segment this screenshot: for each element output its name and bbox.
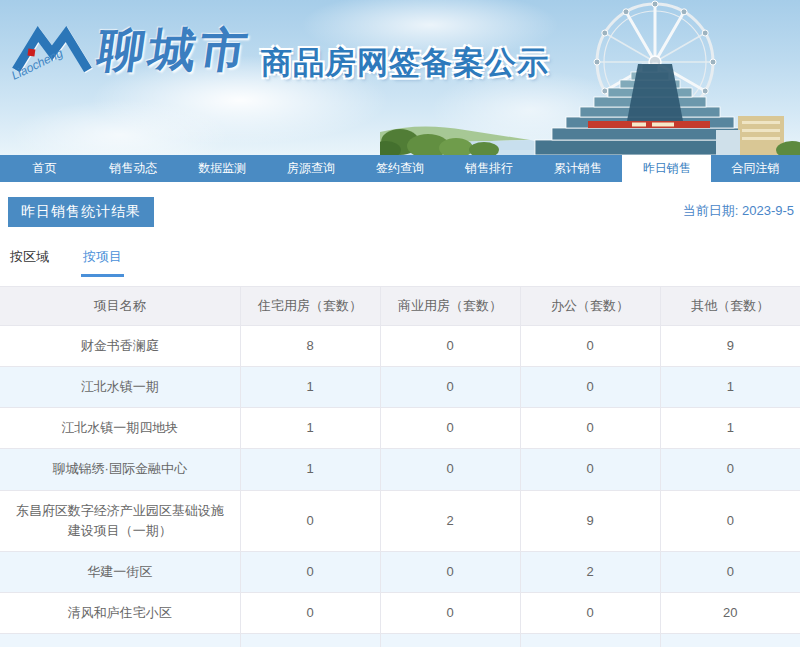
site-name: 聊城市 bbox=[94, 18, 256, 82]
cloud-decoration bbox=[10, 100, 230, 155]
column-header: 办公（套数） bbox=[520, 287, 660, 326]
table-row: 财金书香澜庭8009 bbox=[0, 326, 800, 367]
column-header: 商业用房（套数） bbox=[380, 287, 520, 326]
residential-count-cell: 0 bbox=[240, 490, 380, 551]
office-count-cell: 0 bbox=[520, 408, 660, 449]
current-date-label: 当前日期: 2023-9-5 bbox=[683, 202, 794, 220]
project-name-cell: 江北水镇一期 bbox=[0, 367, 240, 408]
table-header-row: 项目名称住宅用房（套数）商业用房（套数）办公（套数）其他（套数） bbox=[0, 287, 800, 326]
office-count-cell: 3 bbox=[520, 634, 660, 647]
nav-item-6[interactable]: 累计销售 bbox=[533, 155, 622, 182]
commercial-count-cell: 0 bbox=[380, 326, 520, 367]
tab-by-region[interactable]: 按区域 bbox=[8, 248, 51, 277]
table-row: 华建一街区0020 bbox=[0, 551, 800, 592]
nav-item-5[interactable]: 销售排行 bbox=[444, 155, 533, 182]
other-count-cell: 0 bbox=[660, 490, 800, 551]
commercial-count-cell: 0 bbox=[380, 551, 520, 592]
tab-by-project[interactable]: 按项目 bbox=[81, 248, 124, 277]
residential-count-cell: 8 bbox=[240, 326, 380, 367]
nav-item-2[interactable]: 数据监测 bbox=[178, 155, 267, 182]
column-header: 项目名称 bbox=[0, 287, 240, 326]
nav-item-4[interactable]: 签约查询 bbox=[356, 155, 445, 182]
table-row: 东昌府区数字经济产业园区基础设施建设项目（一期）0290 bbox=[0, 490, 800, 551]
page-title: 昨日销售统计结果 bbox=[8, 197, 154, 227]
table-row: 聊城锦绣·国际金融中心1000 bbox=[0, 449, 800, 490]
nav-item-8[interactable]: 合同注销 bbox=[711, 155, 800, 182]
residential-count-cell: 1 bbox=[240, 449, 380, 490]
site-subtitle: 商品房网签备案公示 bbox=[261, 42, 549, 84]
commercial-count-cell: 0 bbox=[380, 592, 520, 633]
sales-statistics-table: 项目名称住宅用房（套数）商业用房（套数）办公（套数）其他（套数） 财金书香澜庭8… bbox=[0, 286, 800, 647]
project-name-cell: 财金书香澜庭 bbox=[0, 326, 240, 367]
project-name-cell: 江北水镇一期四地块 bbox=[0, 408, 240, 449]
office-count-cell: 2 bbox=[520, 551, 660, 592]
office-count-cell: 9 bbox=[520, 490, 660, 551]
table-body: 财金书香澜庭8009江北水镇一期1001江北水镇一期四地块1001聊城锦绣·国际… bbox=[0, 326, 800, 647]
project-name-cell: 东昌府区数字经济产业园区基础设施建设项目（一期） bbox=[0, 490, 240, 551]
commercial-count-cell: 0 bbox=[380, 408, 520, 449]
other-count-cell: 0 bbox=[660, 551, 800, 592]
other-count-cell: 9 bbox=[660, 326, 800, 367]
office-count-cell: 0 bbox=[520, 326, 660, 367]
table-row: 清风和庐住宅小区00020 bbox=[0, 592, 800, 633]
table-row: 江北水镇一期四地块1001 bbox=[0, 408, 800, 449]
table-row: 江北水镇一期1001 bbox=[0, 367, 800, 408]
site-banner: Liaocheng 聊城市 商品房网签备案公示 bbox=[0, 0, 800, 155]
commercial-count-cell: 0 bbox=[380, 449, 520, 490]
project-name-cell: 清风和庐住宅小区 bbox=[0, 592, 240, 633]
main-nav: 首页销售动态数据监测房源查询签约查询销售排行累计销售昨日销售合同注销 bbox=[0, 155, 800, 182]
nav-item-7[interactable]: 昨日销售 bbox=[622, 155, 711, 182]
commercial-count-cell: 0 bbox=[380, 634, 520, 647]
office-count-cell: 0 bbox=[520, 449, 660, 490]
nav-item-3[interactable]: 房源查询 bbox=[267, 155, 356, 182]
commercial-count-cell: 2 bbox=[380, 490, 520, 551]
liaocheng-logo-icon: Liaocheng bbox=[8, 18, 96, 84]
other-count-cell: 1 bbox=[660, 367, 800, 408]
residential-count-cell: 1 bbox=[240, 367, 380, 408]
commercial-count-cell: 0 bbox=[380, 367, 520, 408]
office-count-cell: 0 bbox=[520, 592, 660, 633]
project-name-cell: 华建一街区 bbox=[0, 551, 240, 592]
residential-count-cell: 1 bbox=[240, 408, 380, 449]
view-tabs: 按区域 按项目 bbox=[0, 227, 800, 277]
main-content: 昨日销售统计结果 当前日期: 2023-9-5 按区域 按项目 项目名称住宅用房… bbox=[0, 182, 800, 647]
other-count-cell: 20 bbox=[660, 592, 800, 633]
table-row: 韩国京畿道产业园商业服务业地块项目0030 bbox=[0, 634, 800, 647]
column-header: 其他（套数） bbox=[660, 287, 800, 326]
other-count-cell: 1 bbox=[660, 408, 800, 449]
nav-item-0[interactable]: 首页 bbox=[0, 155, 89, 182]
project-name-cell: 聊城锦绣·国际金融中心 bbox=[0, 449, 240, 490]
residential-count-cell: 0 bbox=[240, 551, 380, 592]
office-count-cell: 0 bbox=[520, 367, 660, 408]
other-count-cell: 0 bbox=[660, 449, 800, 490]
residential-count-cell: 0 bbox=[240, 634, 380, 647]
residential-count-cell: 0 bbox=[240, 592, 380, 633]
project-name-cell: 韩国京畿道产业园商业服务业地块项目 bbox=[0, 634, 240, 647]
other-count-cell: 0 bbox=[660, 634, 800, 647]
nav-item-1[interactable]: 销售动态 bbox=[89, 155, 178, 182]
column-header: 住宅用房（套数） bbox=[240, 287, 380, 326]
